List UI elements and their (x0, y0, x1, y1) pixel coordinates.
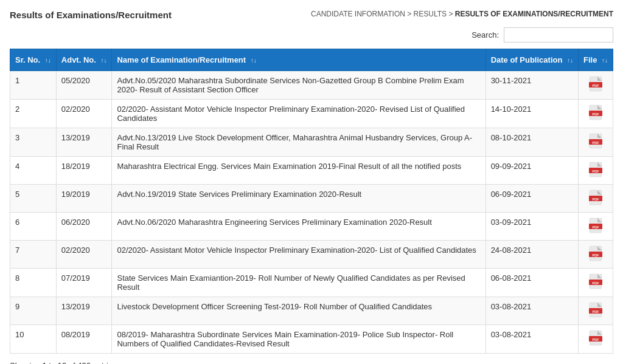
cell-name: Advt.No.13/2019 Live Stock Development O… (112, 128, 486, 157)
footer-showing: Showing 1 to 10 of 436 entries (10, 361, 613, 364)
cell-advt: 07/2019 (56, 269, 112, 297)
breadcrumb: CANDIDATE INFORMATION > RESULTS > RESULT… (311, 10, 613, 18)
cell-date: 09-09-2021 (486, 157, 578, 185)
cell-date: 03-09-2021 (486, 213, 578, 241)
cell-sr: 10 (10, 325, 57, 354)
cell-name: Advt.No.05/2020 Maharashtra Subordinate … (112, 71, 486, 100)
table-row: 1008/201908/2019- Maharashtra Subordinat… (10, 325, 613, 354)
cell-advt: 08/2019 (56, 325, 112, 354)
cell-file[interactable]: PDF (578, 71, 613, 100)
cell-advt: 18/2019 (56, 157, 112, 185)
svg-text:PDF: PDF (592, 253, 599, 257)
table-row: 807/2019State Services Main Examiantion-… (10, 269, 613, 297)
svg-text:PDF: PDF (592, 338, 599, 342)
cell-name: 08/2019- Maharashtra Subordinate Service… (112, 325, 486, 354)
svg-text:PDF: PDF (592, 141, 599, 145)
table-row: 519/2019Advt.No.19/2019 State Services P… (10, 185, 613, 213)
table-row: 418/2019Maharashtra Electrical Engg. Ser… (10, 157, 613, 185)
table-row: 702/202002/2020- Assistant Motor Vehicle… (10, 241, 613, 269)
cell-date: 06-08-2021 (486, 269, 578, 297)
sort-icon-file: ↑↓ (602, 57, 608, 64)
cell-advt: 06/2020 (56, 213, 112, 241)
cell-file[interactable]: PDF (578, 185, 613, 213)
breadcrumb-part1: CANDIDATE INFORMATION (311, 10, 405, 18)
cell-file[interactable]: PDF (578, 325, 613, 354)
cell-name: 02/2020- Assistant Motor Vehicle Inspect… (112, 241, 486, 269)
table-row: 606/2020Advt.No.06/2020 Maharashtra Engi… (10, 213, 613, 241)
breadcrumb-sep2: > (447, 10, 455, 18)
pdf-file-icon[interactable]: PDF (589, 105, 602, 122)
cell-name: Advt.No.19/2019 State Services Prelimina… (112, 185, 486, 213)
breadcrumb-part2: RESULTS (414, 10, 447, 18)
pdf-file-icon[interactable]: PDF (589, 76, 602, 94)
cell-sr: 3 (10, 128, 57, 157)
cell-file[interactable]: PDF (578, 128, 613, 157)
cell-name: State Services Main Examiantion-2019- Ro… (112, 269, 486, 297)
sort-icon-date: ↑↓ (567, 57, 573, 64)
pdf-file-icon[interactable]: PDF (589, 190, 602, 207)
table-row: 313/2019Advt.No.13/2019 Live Stock Devel… (10, 128, 613, 157)
results-table: Sr. No. ↑↓ Advt. No. ↑↓ Name of Examinat… (10, 49, 613, 354)
col-header-sr[interactable]: Sr. No. ↑↓ (10, 49, 57, 71)
cell-advt: 05/2020 (56, 71, 112, 100)
col-header-advt[interactable]: Advt. No. ↑↓ (56, 49, 112, 71)
cell-advt: 13/2019 (56, 297, 112, 325)
page-title: Results of Examinations/Recruitment (10, 10, 172, 20)
cell-advt: 02/2020 (56, 241, 112, 269)
svg-text:PDF: PDF (592, 225, 599, 229)
cell-file[interactable]: PDF (578, 269, 613, 297)
pdf-file-icon[interactable]: PDF (589, 246, 602, 263)
pdf-file-icon[interactable]: PDF (589, 133, 602, 151)
search-input[interactable] (504, 27, 613, 43)
cell-sr: 7 (10, 241, 57, 269)
table-body: 105/2020Advt.No.05/2020 Maharashtra Subo… (10, 71, 613, 354)
cell-advt: 02/2020 (56, 100, 112, 128)
pdf-file-icon[interactable]: PDF (589, 330, 602, 348)
svg-text:PDF: PDF (592, 84, 599, 88)
search-bar: Search: (10, 27, 613, 43)
cell-sr: 5 (10, 185, 57, 213)
table-header: Sr. No. ↑↓ Advt. No. ↑↓ Name of Examinat… (10, 49, 613, 71)
table-row: 105/2020Advt.No.05/2020 Maharashtra Subo… (10, 71, 613, 100)
sort-icon-sr: ↑↓ (45, 57, 51, 64)
search-label: Search: (472, 30, 499, 39)
cell-name: Maharashtra Electrical Engg. Services Ma… (112, 157, 486, 185)
cell-sr: 2 (10, 100, 57, 128)
pdf-file-icon[interactable]: PDF (589, 162, 602, 179)
cell-date: 24-08-2021 (486, 241, 578, 269)
col-header-name[interactable]: Name of Examination/Recruitment ↑↓ (112, 49, 486, 71)
svg-text:PDF: PDF (592, 170, 599, 173)
table-row: 913/2019Livestock Development Officer Sc… (10, 297, 613, 325)
col-header-date[interactable]: Date of Publication ↑↓ (486, 49, 578, 71)
cell-date: 14-10-2021 (486, 100, 578, 128)
svg-text:PDF: PDF (592, 197, 599, 201)
cell-sr: 1 (10, 71, 57, 100)
cell-file[interactable]: PDF (578, 100, 613, 128)
table-row: 202/202002/2020- Assistant Motor Vehicle… (10, 100, 613, 128)
pdf-file-icon[interactable]: PDF (589, 302, 602, 320)
cell-name: Advt.No.06/2020 Maharashtra Engineering … (112, 213, 486, 241)
cell-sr: 4 (10, 157, 57, 185)
cell-file[interactable]: PDF (578, 297, 613, 325)
cell-file[interactable]: PDF (578, 241, 613, 269)
svg-text:PDF: PDF (592, 112, 599, 116)
top-bar: Results of Examinations/Recruitment CAND… (10, 10, 613, 20)
cell-date: 03-08-2021 (486, 325, 578, 354)
svg-text:PDF: PDF (592, 310, 599, 314)
cell-date: 06-09-2021 (486, 185, 578, 213)
cell-name: 02/2020- Assistant Motor Vehicle Inspect… (112, 100, 486, 128)
svg-text:PDF: PDF (592, 281, 599, 285)
cell-date: 30-11-2021 (486, 71, 578, 100)
cell-sr: 6 (10, 213, 57, 241)
cell-advt: 19/2019 (56, 185, 112, 213)
pdf-file-icon[interactable]: PDF (589, 273, 602, 291)
breadcrumb-current: RESULTS OF EXAMINATIONS/RECRUITMENT (455, 10, 613, 18)
sort-icon-advt: ↑↓ (100, 57, 106, 64)
col-header-file[interactable]: File ↑↓ (578, 49, 613, 71)
cell-file[interactable]: PDF (578, 213, 613, 241)
cell-sr: 9 (10, 297, 57, 325)
cell-file[interactable]: PDF (578, 157, 613, 185)
cell-sr: 8 (10, 269, 57, 297)
breadcrumb-sep1: > (405, 10, 414, 18)
pdf-file-icon[interactable]: PDF (589, 218, 602, 235)
